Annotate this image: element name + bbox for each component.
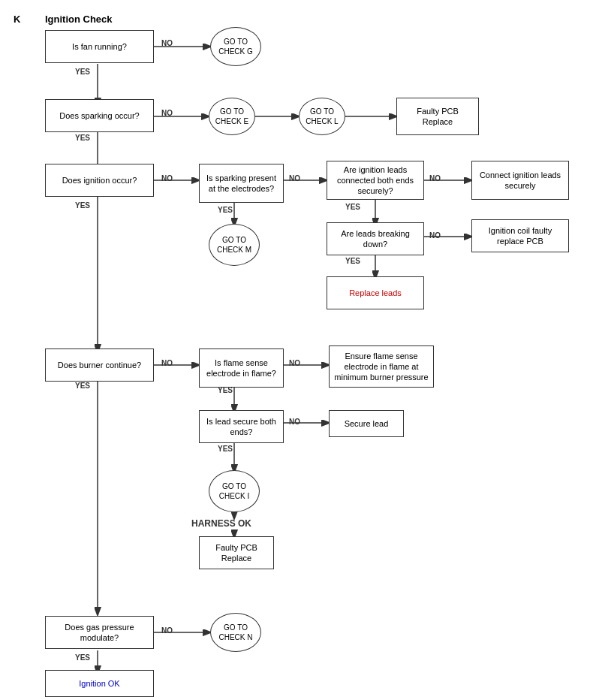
- goto-check-l-label: GO TO CHECK L: [302, 107, 342, 126]
- leads-connected-yes-label: YES: [345, 203, 360, 211]
- ignition-ok-label: Ignition OK: [79, 678, 119, 689]
- faulty-pcb-bot-box: Faulty PCB Replace: [199, 536, 274, 569]
- burner-continue-label: Does burner continue?: [58, 360, 141, 370]
- goto-check-l-circle: GO TO CHECK L: [299, 98, 345, 135]
- fan-no-label: NO: [161, 39, 173, 47]
- gas-pressure-box: Does gas pressure modulate?: [45, 616, 154, 649]
- leads-breaking-down-label: Are leads breaking down?: [331, 228, 420, 250]
- burner-yes-label: YES: [75, 382, 90, 390]
- leads-breaking-down-box: Are leads breaking down?: [327, 222, 424, 255]
- page-title: Ignition Check: [45, 14, 113, 25]
- does-ignition-occur-box: Does ignition occur?: [45, 164, 154, 197]
- is-fan-running-label: Is fan running?: [72, 41, 127, 52]
- flame-sense-box: Is flame sense electrode in flame?: [199, 348, 284, 388]
- secure-lead-label: Secure lead: [345, 418, 389, 429]
- sparking-no-label: NO: [161, 109, 173, 117]
- ignition-coil-box: Ignition coil faulty replace PCB: [471, 219, 569, 252]
- harness-ok-label: HARNESS OK: [191, 518, 251, 529]
- ignition-leads-connected-label: Are ignition leads connected both ends s…: [331, 164, 420, 197]
- goto-check-i-circle: GO TO CHECK I: [209, 470, 260, 512]
- goto-check-m-label: GO TO CHECK M: [212, 235, 257, 255]
- leads-connected-no-label: NO: [429, 174, 441, 183]
- lead-secure-label: Is lead secure both ends?: [203, 416, 279, 438]
- ensure-flame-box: Ensure flame sense electrode in flame at…: [329, 345, 434, 388]
- sparking-yes-label: YES: [75, 134, 90, 142]
- goto-check-g-circle: GO TO CHECK G: [210, 27, 261, 66]
- faulty-pcb-top-box: Faulty PCB Replace: [396, 98, 479, 135]
- electrodes-yes-label: YES: [218, 206, 233, 214]
- goto-check-i-label: GO TO CHECK I: [212, 481, 257, 501]
- secure-lead-box: Secure lead: [329, 410, 404, 437]
- connect-ignition-leads-label: Connect ignition leads securely: [476, 170, 564, 192]
- sparking-electrodes-box: Is sparking present at the electrodes?: [199, 164, 284, 203]
- goto-check-m-circle: GO TO CHECK M: [209, 224, 260, 266]
- gas-pressure-yes-label: YES: [75, 653, 90, 662]
- does-sparking-occur-label: Does sparking occur?: [59, 110, 139, 121]
- ignition-yes-label: YES: [75, 201, 90, 210]
- replace-leads-box: Replace leads: [327, 276, 424, 309]
- flame-sense-no-label: NO: [289, 359, 300, 367]
- goto-check-g-label: GO TO CHECK G: [213, 37, 258, 56]
- goto-check-e-circle: GO TO CHECK E: [209, 98, 255, 135]
- sparking-electrodes-label: Is sparking present at the electrodes?: [203, 173, 279, 195]
- leads-breaking-no-label: NO: [429, 231, 441, 240]
- leads-breaking-yes-label: YES: [345, 257, 360, 265]
- replace-leads-label: Replace leads: [349, 288, 402, 298]
- fan-yes-label: YES: [75, 68, 90, 76]
- ignition-no-label: NO: [161, 174, 173, 183]
- goto-check-n-label: GO TO CHECK N: [213, 623, 258, 642]
- lead-secure-box: Is lead secure both ends?: [199, 410, 284, 443]
- ensure-flame-label: Ensure flame sense electrode in flame at…: [333, 351, 429, 383]
- ignition-coil-label: Ignition coil faulty replace PCB: [476, 225, 564, 247]
- ignition-leads-connected-box: Are ignition leads connected both ends s…: [327, 161, 424, 200]
- ignition-ok-box: Ignition OK: [45, 670, 154, 697]
- does-sparking-occur-box: Does sparking occur?: [45, 99, 154, 132]
- does-ignition-occur-label: Does ignition occur?: [62, 175, 137, 186]
- goto-check-e-label: GO TO CHECK E: [212, 107, 252, 126]
- burner-no-label: NO: [161, 359, 173, 367]
- page-label: K: [14, 14, 20, 25]
- gas-pressure-label: Does gas pressure modulate?: [50, 622, 149, 644]
- flame-sense-label: Is flame sense electrode in flame?: [203, 358, 279, 379]
- gas-pressure-no-label: NO: [161, 626, 173, 635]
- flame-sense-yes-label: YES: [218, 386, 233, 394]
- faulty-pcb-bot-label: Faulty PCB Replace: [203, 542, 269, 564]
- connect-ignition-leads-box: Connect ignition leads securely: [471, 161, 569, 200]
- burner-continue-box: Does burner continue?: [45, 348, 154, 382]
- goto-check-n-circle: GO TO CHECK N: [210, 613, 261, 652]
- electrodes-no-label: NO: [289, 174, 300, 183]
- faulty-pcb-top-label: Faulty PCB Replace: [401, 106, 474, 128]
- lead-secure-no-label: NO: [289, 418, 300, 426]
- is-fan-running-box: Is fan running?: [45, 30, 154, 63]
- lead-secure-yes-label: YES: [218, 445, 233, 453]
